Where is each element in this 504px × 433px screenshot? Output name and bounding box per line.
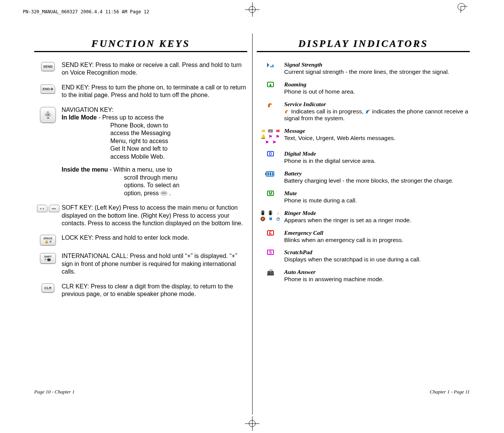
auto-text: Auto AnswerPhone is in answering machine… [284,269,470,283]
scratchpad-icon: S [267,250,274,255]
message-text: MessageText, Voice, Urgent, Web Alerts m… [284,127,470,142]
svg-rect-7 [265,173,266,175]
emergency-text: Emergency CallBlinks when an emergency c… [284,229,470,244]
svg-rect-2 [272,65,273,67]
indicator-row-signal: Signal StrengthCurrent signal strength -… [257,61,470,76]
signal-desc: Current signal strength - the more lines… [284,68,449,75]
intl-key-icon: SHIFT* ☎ [34,252,62,264]
star-label: * ☎ [45,258,51,262]
signal-strength-icon [267,62,274,67]
emergency-icon: E [267,230,274,236]
digital-mode-icon: D [267,151,274,156]
nav-key-row: ▭OK✉ NAVIGATION KEY: In Idle Mode - Pres… [34,106,247,197]
mute-title: Mute [284,190,297,196]
soft-key-desc: SOFT KEY: (Left Key) Press to access the… [62,204,247,227]
indicator-row-battery: BatteryBattery charging level - the more… [257,170,470,185]
lock-label: 🔒 # [45,240,52,244]
ringer-off-icon: ✖ [267,216,274,222]
indicator-list: Signal StrengthCurrent signal strength -… [257,61,470,283]
right-softkey-icon: ••• [49,205,59,212]
digital-desc: Phone is in the digital service area. [284,158,375,164]
svg-rect-1 [270,66,272,67]
ringer-clock-icon: ⏱ [275,216,281,222]
roaming-desc: Phone is out of home area. [284,88,355,95]
signal-text: Signal StrengthCurrent signal strength -… [284,61,470,76]
indicator-row-emergency: EEmergency CallBlinks when an emergency … [257,229,470,244]
send-key-label: SEND [41,62,54,71]
page-spine [252,33,253,415]
left-softkey-icon: • • [37,205,48,212]
scratch-text: ScratchPadDisplays when the scratchpad i… [284,249,470,263]
print-header: PN-320_MANUAL_060327 2006.4.4 11:56 AM P… [23,9,149,14]
scratch-icon-cell: S [257,249,284,255]
ringer-icon-cell: 📳📳♪🔕✖⏱ [257,210,284,222]
indicator-row-ringer: 📳📳♪🔕✖⏱Ringer ModeAppears when the ringer… [257,210,470,224]
indicator-row-scratch: SScratchPadDisplays when the scratchpad … [257,249,470,263]
roaming-title: Roaming [284,81,307,88]
message-title: Message [284,127,305,134]
message-voice-icon: 📼 [267,128,274,134]
ringer-vibrate2-icon: 📳 [267,210,274,216]
service-icon-cell [257,101,284,109]
nav-key-icon: ▭OK✉ [34,106,62,123]
svg-rect-9 [270,172,271,175]
ringer-text: Ringer ModeAppears when the ringer is se… [284,210,470,224]
message-desc: Text, Voice, Urgent, Web Alerts messages… [284,135,396,141]
right-page-footer: Chapter 1 - Page 11 [430,389,470,395]
registration-mark-top-icon [246,4,258,15]
end-key-icon: END ⏻ [34,84,62,94]
ringer-desc: Appears when the ringer is set as a ring… [284,217,411,223]
nav-menu-ok-line: option, press OK . [62,189,247,197]
send-key-row: SEND SEND KEY: Press to make or receive … [34,61,247,77]
svg-rect-8 [267,172,269,175]
intl-key-row: SHIFT* ☎ INTERNATIONAL CALL: Press and h… [34,252,247,275]
nav-title: NAVIGATION KEY: [62,106,247,114]
soft-key-row: • •••• SOFT KEY: (Left Key) Press to acc… [34,204,247,227]
display-indicators-heading: DISPLAY INDICATORS [257,38,470,52]
emergency-title: Emergency Call [284,229,323,236]
digital-icon-cell: D [257,150,284,156]
ringer-note-icon: ♪ [275,210,281,216]
battery-icon-cell [257,170,284,177]
crop-mark-icon [461,6,467,13]
battery-title: Battery [284,170,302,177]
registration-mark-bottom-icon [246,418,258,429]
ringer-icons-group: 📳📳♪🔕✖⏱ [259,210,281,222]
end-key-desc: END KEY: Press to turn the phone on, to … [62,84,247,99]
message-flag3-icon: ⚑ [264,140,270,145]
soft-key-icon: • •••• [34,204,62,212]
battery-text: BatteryBattery charging level - the more… [284,170,470,185]
battery-desc: Battery charging level - the more blocks… [284,177,453,184]
auto-desc: Phone is in answering machine mode. [284,276,384,282]
nav-menu-label: Inside the menu [62,166,108,173]
nav-idle-lines: Phone Book, down to access the Messaging… [62,122,247,161]
auto-answer-icon: 📠 [267,269,274,275]
message-urgent-icon: ✉ [274,128,281,134]
nav-idle-label: In Idle Mode [62,114,97,121]
function-keys-heading: FUNCTION KEYS [34,38,247,52]
nav-idle-rest: - Press up to access the [97,114,164,121]
ringer-silent-icon: 🔕 [259,216,266,222]
auto-icon-cell: 📠 [257,269,284,275]
lock-key-desc: LOCK KEY: Press and hold to enter lock m… [62,234,247,242]
service-phone-on-icon [284,108,289,115]
indicator-row-service: Service Indicator Indicates call is in p… [257,101,470,123]
clr-key-label: CLR [41,283,54,293]
signal-title: Signal Strength [284,61,322,68]
clr-key-row: CLR CLR KEY: Press to clear a digit from… [34,283,247,298]
roaming-icon: ▲ [267,82,274,87]
roaming-text: RoamingPhone is out of home area. [284,81,470,96]
space-label: SPACE [43,237,52,240]
service-no-signal-icon [365,108,370,115]
lock-key-icon: SPACE🔒 # [34,234,62,245]
left-page-footer: Page 10 - Chapter 1 [34,389,75,395]
service-indicator-icon [267,102,274,109]
ringer-vibrate-icon: 📳 [259,210,266,216]
indicator-row-roaming: ▲RoamingPhone is out of home area. [257,81,470,96]
scratch-title: ScratchPad [284,249,312,255]
signal-icon-cell [257,61,284,67]
indicator-row-message: ✉📼✉🔔⚑⚑⚑⚑MessageText, Voice, Urgent, Web … [257,127,470,145]
indicator-row-digital: DDigital ModePhone is in the digital ser… [257,150,470,165]
battery-icon [265,171,276,177]
end-key-row: END ⏻ END KEY: Press to turn the phone o… [34,84,247,99]
